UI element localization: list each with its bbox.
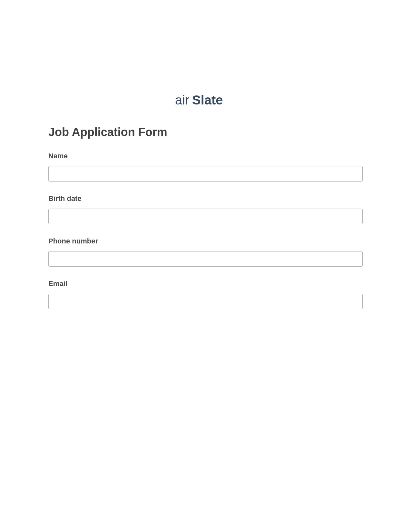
name-label: Name — [48, 152, 363, 160]
name-input[interactable] — [48, 166, 363, 182]
email-input[interactable] — [48, 294, 363, 309]
logo-wrapper: air Slate — [0, 94, 411, 109]
field-group-birthdate: Birth date — [48, 194, 363, 224]
email-label: Email — [48, 280, 363, 288]
form-content: Job Application Form Name Birth date Pho… — [0, 125, 411, 309]
birthdate-input[interactable] — [48, 209, 363, 224]
svg-text:air: air — [175, 94, 189, 107]
field-group-name: Name — [48, 152, 363, 182]
page-container: air Slate Job Application Form Name Birt… — [0, 0, 411, 309]
phone-label: Phone number — [48, 237, 363, 245]
svg-text:Slate: Slate — [192, 94, 223, 107]
birthdate-label: Birth date — [48, 194, 363, 203]
field-group-email: Email — [48, 280, 363, 309]
phone-input[interactable] — [48, 251, 363, 267]
form-title: Job Application Form — [48, 125, 363, 139]
field-group-phone: Phone number — [48, 237, 363, 267]
airslate-logo: air Slate — [175, 94, 236, 109]
